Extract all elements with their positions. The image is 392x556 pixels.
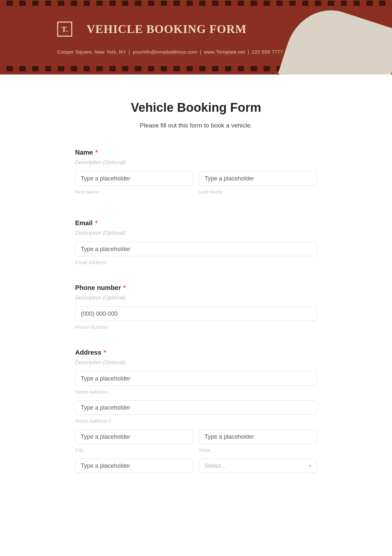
name-hint: Description (Optional) [75,160,317,165]
email-hint: Description (Optional) [75,230,317,236]
last-name-sublabel: Last Name [199,189,317,194]
form-description: Please fill out this form to book a vehi… [75,122,317,129]
last-name-input[interactable] [199,171,317,186]
banner-address: Cooper Square, New York, NY [57,49,126,55]
banner-website: www.Template.net [204,49,245,55]
state-sublabel: State [199,447,317,453]
name-field-group: Name * Description (Optional) First Name… [75,149,317,200]
form-title: Vehicle Booking Form [75,101,317,115]
phone-sublabel: Phone Number [75,324,317,330]
phone-hint: Description (Optional) [75,295,317,301]
required-mark: * [104,349,106,356]
banner-email: yourinfo@emailaddress.com [133,49,197,55]
required-mark: * [123,284,126,291]
address-label: Address * [75,349,317,356]
phone-input[interactable] [75,307,317,321]
banner-phone: 222 555 7777 [252,49,283,55]
city-input[interactable] [75,430,193,444]
logo-icon: T. [57,22,72,37]
banner-contact-line: Cooper Square, New York, NY|yourinfo@ema… [57,49,392,55]
required-mark: * [95,149,98,156]
phone-field-group: Phone number * Description (Optional) Ph… [75,284,317,330]
logo-text: T. [61,25,68,34]
address-field-group: Address * Description (Optional) Street … [75,349,317,479]
name-label: Name * [75,149,317,156]
street-address-input[interactable] [75,371,317,386]
city-sublabel: City [75,447,193,453]
zip-input[interactable] [75,459,193,473]
street-address-2-sublabel: Street Address 2 [75,418,317,424]
email-input[interactable] [75,242,317,256]
required-mark: * [95,219,98,227]
street-address-sublabel: Street Address [75,389,317,395]
address-hint: Description (Optional) [75,360,317,365]
chevron-down-icon: ▾ [309,463,311,468]
email-field-group: Email * Description (Optional) Email Add… [75,219,317,265]
street-address-2-input[interactable] [75,400,317,415]
banner-title: VEHICLE BOOKING FORM [87,22,247,36]
form-container: Vehicle Booking Form Please fill out thi… [75,75,317,511]
state-input[interactable] [199,430,317,444]
phone-label: Phone number * [75,284,317,292]
banner-header: T. VEHICLE BOOKING FORM Cooper Square, N… [0,0,392,75]
first-name-input[interactable] [75,171,193,186]
email-label: Email * [75,219,317,227]
email-sublabel: Email Address [75,260,317,265]
country-select[interactable]: Select... ▾ [199,459,317,473]
first-name-sublabel: First Name [75,189,193,194]
country-select-value: Select... [204,463,226,469]
